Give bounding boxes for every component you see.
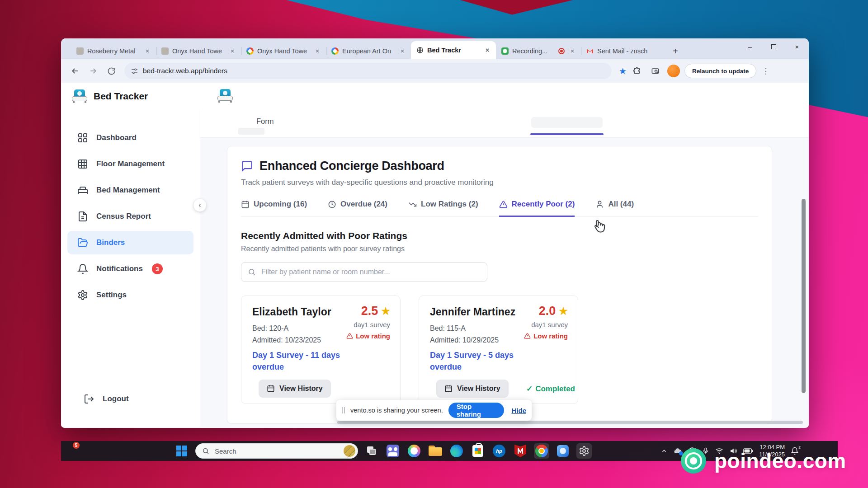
screen-share-bar: vento.so is sharing your screen. Stop sh… [336,400,532,421]
completed-status: ✓ Completed [526,384,575,394]
notification-count-icon[interactable]: 5 [67,444,77,454]
taskbar-badge: 5 [73,442,80,449]
person-icon [595,200,604,209]
low-rating-flag: Low rating [346,332,390,340]
close-icon[interactable]: × [568,47,576,55]
close-icon[interactable]: × [313,47,321,55]
chrome-icon[interactable] [534,443,549,459]
survey-label: day1 survey [346,321,390,328]
reload-icon[interactable] [104,63,119,79]
gmail-icon [586,47,594,55]
microsoft-store-icon[interactable] [470,443,486,459]
patient-card[interactable]: Elizabeth Taylor 2.5★ day1 survey Low ra… [241,296,401,404]
extensions-puzzle-icon[interactable] [629,63,645,79]
sidebar-item-settings[interactable]: Settings [67,283,193,307]
globe-icon [416,47,424,54]
bed-icon [77,185,88,196]
sidebar-item-notifications[interactable]: Notifications 3 [67,257,193,281]
relaunch-update-button[interactable]: Relaunch to update [684,64,756,78]
overdue-note: Day 1 Survey - 11 days overdue [252,349,349,373]
site-info-icon[interactable] [131,67,138,75]
back-icon[interactable] [67,63,83,79]
ghost-tab [531,117,603,128]
calendar-icon [241,200,250,209]
document-icon [77,211,88,222]
tray-chevron-icon[interactable] [661,448,667,454]
sidebar-item-census-report[interactable]: Census Report [67,205,193,228]
alert-triangle-icon [499,200,508,209]
patient-card[interactable]: Jennifer Martinez 2.0★ day1 survey Low r… [419,296,578,404]
forward-icon[interactable] [85,63,101,79]
sidebar-item-floor-management[interactable]: Floor Management [67,152,193,176]
teams-icon[interactable] [385,443,401,459]
mcafee-icon[interactable] [513,443,528,459]
start-button[interactable] [174,443,189,459]
message-bubble-icon [241,160,253,172]
page-icon [76,47,84,55]
stop-sharing-button[interactable]: Stop sharing [448,403,505,418]
tab-upcoming[interactable]: Upcoming (16) [241,200,307,217]
edge-icon[interactable] [449,443,464,459]
browser-tab-active[interactable]: Bed Trackr × [411,41,496,59]
tab-low-ratings[interactable]: Low Ratings (2) [408,200,478,217]
poindeo-logo-icon [681,448,706,474]
close-icon[interactable]: × [398,47,406,55]
trending-down-icon [408,200,417,209]
view-history-button[interactable]: View History [259,380,331,398]
browser-menu-icon[interactable]: ⋮ [762,66,769,76]
star-icon: ★ [381,305,390,317]
tab-all[interactable]: All (44) [595,200,634,217]
section-title: Recently Admitted with Poor Ratings [241,230,758,241]
sidebar-collapse-button[interactable]: ‹ [193,198,207,212]
close-icon[interactable]: × [483,46,491,54]
maximize-button[interactable] [762,38,785,55]
close-window-button[interactable]: × [785,38,809,55]
logout-button[interactable]: Logout [74,387,200,411]
browser-tab[interactable]: Onyx Hand Towe × [241,43,326,59]
survey-label: day1 survey [524,321,568,328]
view-history-button[interactable]: View History [436,380,509,398]
sidebar-item-bed-management[interactable]: Bed Management [67,178,193,202]
minimize-button[interactable]: – [738,38,762,55]
patient-filter-box[interactable] [241,262,487,282]
google-icon [246,47,254,55]
app-body: Dashboard Floor Management Bed Managemen… [61,110,809,427]
file-explorer-icon[interactable] [428,443,443,459]
search-highlight-icon[interactable] [344,445,355,457]
hide-link[interactable]: Hide [511,407,526,414]
section-subtitle: Recently admitted patients with poor sur… [241,245,758,253]
bed-tracker-logo-icon [72,89,87,103]
browser-tab[interactable]: Sent Mail - znsch [581,43,666,59]
profile-avatar[interactable] [667,65,680,77]
taskbar-search-input[interactable] [214,447,322,455]
task-view-icon[interactable] [364,443,379,459]
tab-recently-poor[interactable]: Recently Poor (2) [499,200,575,217]
star-icon: ★ [559,305,568,317]
patient-cards: Elizabeth Taylor 2.5★ day1 survey Low ra… [241,296,758,404]
sidebar-item-dashboard[interactable]: Dashboard [67,126,193,150]
sidebar-item-binders[interactable]: Binders [67,231,193,254]
recorder-icon [501,47,509,55]
tab-search-icon[interactable] [647,63,663,79]
photos-icon[interactable] [555,443,571,459]
browser-tab[interactable]: Recording... × [496,43,581,59]
drag-grip-icon[interactable] [342,407,345,413]
browser-tab[interactable]: Roseberry Metal × [71,43,156,59]
hp-icon[interactable]: hp [491,443,507,459]
vertical-scrollbar[interactable] [802,199,806,393]
settings-app-icon[interactable] [576,443,592,459]
browser-tab[interactable]: Onyx Hand Towe × [156,43,241,59]
close-icon[interactable]: × [228,47,236,55]
gear-icon [77,290,88,300]
patient-filter-input[interactable] [260,267,481,277]
horizontal-scrollbar[interactable] [337,421,803,424]
close-icon[interactable]: × [143,47,151,55]
bookmark-star-icon[interactable]: ★ [619,66,627,76]
tab-overdue[interactable]: Overdue (24) [328,200,387,217]
new-tab-button[interactable]: + [669,44,682,58]
window-controls: – × [738,38,809,55]
browser-tab[interactable]: European Art On × [326,43,411,59]
taskbar-search[interactable] [195,443,358,459]
address-bar[interactable]: bed-trackr.web.app/binders [124,63,612,79]
copilot-icon[interactable] [406,443,422,459]
